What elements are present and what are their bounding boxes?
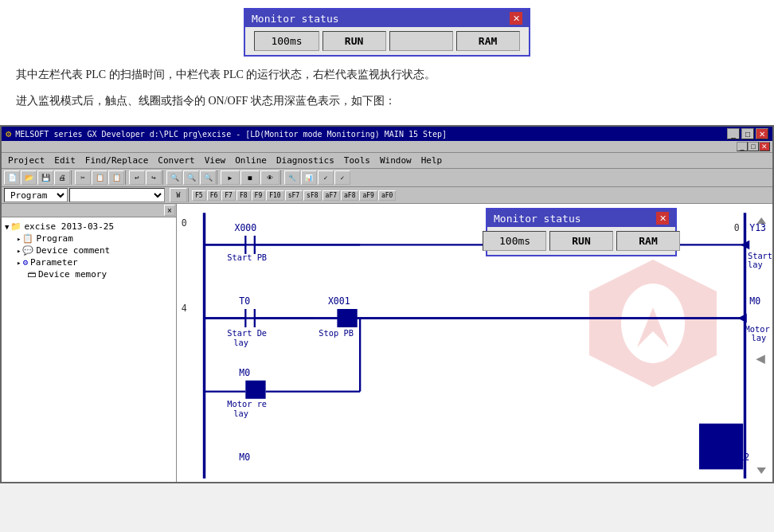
tree-root[interactable]: ▼ 📁 excise 2013-03-25 (5, 221, 173, 233)
diagram-area: Monitor status ✕ 100ms RUN RAM (177, 204, 772, 483)
menu-tools[interactable]: Tools (339, 154, 375, 167)
tb-copy[interactable]: 📋 (92, 170, 108, 185)
tb-zoom-in[interactable]: 🔍 (166, 170, 182, 185)
tree-expand-icon: ▼ (5, 223, 9, 231)
tb-f8[interactable]: F8 (236, 190, 251, 201)
tb-f7[interactable]: F7 (221, 190, 236, 201)
tree-program-expand: ▸ (17, 235, 21, 243)
tb-diag2[interactable]: 📊 (301, 170, 317, 185)
tb-sf8[interactable]: sF8 (303, 190, 321, 201)
monitor-overlay-dialog: Monitor status ✕ 100ms RUN RAM (486, 208, 677, 256)
tree-param-expand: ▸ (17, 259, 21, 267)
svg-text:M0: M0 (239, 367, 250, 378)
tree-comment-expand: ▸ (17, 247, 21, 255)
svg-text:X001: X001 (328, 296, 350, 307)
top-dialog-close[interactable]: ✕ (510, 12, 522, 25)
tb-f10[interactable]: F10 (266, 190, 283, 201)
tb-af8[interactable]: aF8 (341, 190, 358, 201)
sidebar-close-button[interactable]: × (164, 205, 175, 216)
sidebar-header: × (2, 204, 176, 217)
tb-redo[interactable]: ↪ (146, 170, 162, 185)
main-content: × ▼ 📁 excise 2013-03-25 ▸ 📋 Program ▸ (2, 204, 772, 483)
tb-undo[interactable]: ↩ (129, 170, 145, 185)
toolbar-sep-3 (162, 170, 166, 185)
sidebar-item-device-comment[interactable]: ▸ 💬 Device comment (17, 244, 173, 256)
svg-text:Start De: Start De (227, 329, 267, 338)
inner-titlebar: _ □ ✕ (2, 141, 772, 153)
tb-stop[interactable]: ■ (240, 170, 260, 185)
tb-new[interactable]: 📄 (4, 170, 20, 185)
svg-text:Stop PB: Stop PB (319, 329, 354, 338)
menu-view[interactable]: View (200, 154, 231, 167)
tb-af7[interactable]: aF7 (322, 190, 340, 201)
ide-window: ⚙ MELSOFT series GX Developer d:\PLC prg… (0, 125, 774, 483)
top-dialog-title: Monitor status (252, 13, 339, 25)
tb-f5[interactable]: F5 (192, 190, 206, 201)
menu-online[interactable]: Online (230, 154, 272, 167)
overlay-dialog-close[interactable]: ✕ (656, 212, 669, 225)
svg-rect-35 (245, 381, 265, 399)
tree-memory-label: Device memory (38, 269, 107, 280)
parameter-icon: ⚙ (22, 257, 28, 268)
tb-save[interactable]: 💾 (37, 170, 53, 185)
menu-help[interactable]: Help (416, 154, 448, 167)
top-monitor-dialog: Monitor status ✕ 100ms RUN RAM (244, 8, 530, 57)
inner-maximize[interactable]: □ (748, 142, 759, 151)
sidebar: × ▼ 📁 excise 2013-03-25 ▸ 📋 Program ▸ (2, 204, 177, 483)
toolbar2-sep-1 (188, 188, 191, 202)
ide-logo-icon: ⚙ (6, 128, 11, 139)
maximize-button[interactable]: □ (741, 128, 754, 139)
menu-diagnostics[interactable]: Diagnostics (272, 154, 339, 167)
overlay-dialog-title: Monitor status (494, 213, 581, 225)
tb-write[interactable]: W (170, 188, 187, 202)
svg-text:lay: lay (233, 338, 248, 347)
overlay-cell-run: RUN (549, 231, 613, 251)
tb-open[interactable]: 📂 (21, 170, 37, 185)
ide-titlebar: ⚙ MELSOFT series GX Developer d:\PLC prg… (2, 127, 772, 141)
svg-text:lay: lay (752, 334, 767, 343)
menu-project[interactable]: Project (3, 154, 49, 167)
program-dropdown[interactable]: Program (4, 188, 68, 202)
status-cell-ram: RAM (456, 31, 520, 51)
overlay-dialog-content: 100ms RUN RAM (487, 227, 675, 255)
sidebar-item-program[interactable]: ▸ 📋 Program (17, 233, 173, 244)
sidebar-item-parameter[interactable]: ▸ ⚙ Parameter (17, 256, 173, 268)
tb-print[interactable]: 🖨 (54, 170, 70, 185)
tb-f6[interactable]: F6 (207, 190, 221, 201)
tb-sf7[interactable]: sF7 (285, 190, 303, 201)
tb-af0[interactable]: aF0 (378, 190, 396, 201)
program-select[interactable] (69, 188, 165, 202)
toolbar-sep-4 (217, 170, 220, 185)
svg-rect-25 (337, 309, 357, 327)
svg-marker-46 (756, 467, 766, 474)
inner-close[interactable]: ✕ (759, 142, 770, 151)
menu-edit[interactable]: Edit (49, 154, 80, 167)
tb-zoom-out[interactable]: 🔍 (183, 170, 199, 185)
inner-minimize[interactable]: _ (737, 142, 748, 151)
svg-rect-43 (699, 424, 743, 470)
tb-diag[interactable]: 🔧 (284, 170, 300, 185)
memory-icon: 🗃 (27, 269, 36, 280)
svg-text:Motor re: Motor re (227, 399, 267, 409)
close-button[interactable]: ✕ (756, 128, 768, 139)
menu-convert[interactable]: Convert (153, 154, 199, 167)
tb-af9[interactable]: aF9 (359, 190, 377, 201)
tb-f9[interactable]: F9 (252, 190, 266, 201)
tb-verify[interactable]: ✓ (334, 170, 350, 185)
tb-cut[interactable]: ✂ (75, 170, 91, 185)
tb-monitor[interactable]: 👁 (260, 170, 280, 185)
top-section: Monitor status ✕ 100ms RUN RAM 其中左栏代表 PL… (0, 0, 774, 125)
svg-text:X000: X000 (234, 223, 256, 234)
tb-search[interactable]: 🔍 (200, 170, 216, 185)
ide-titlebar-buttons: _ □ ✕ (727, 128, 768, 139)
tb-check[interactable]: ✓ (318, 170, 334, 185)
menu-window[interactable]: Window (375, 154, 416, 167)
tb-run[interactable]: ▶ (221, 170, 240, 185)
menu-find-replace[interactable]: Find/Replace (80, 154, 153, 167)
tb-paste[interactable]: 📋 (108, 170, 124, 185)
sidebar-item-device-memory[interactable]: 🗃 Device memory (17, 268, 173, 280)
minimize-button[interactable]: _ (727, 128, 740, 139)
toolbar-sep-2 (125, 170, 128, 185)
description-line1: 其中左栏代表 PLC 的扫描时间，中栏代表 PLC 的运行状态，右栏代表监视执行… (16, 65, 758, 84)
overlay-cell-ram: RAM (616, 231, 680, 251)
